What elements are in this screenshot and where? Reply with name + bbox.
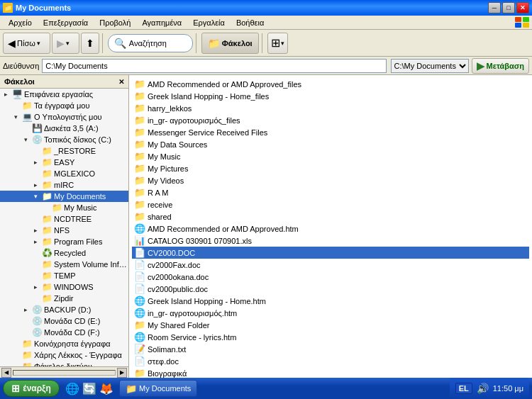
tree-expander[interactable]: ▾ xyxy=(10,111,21,123)
go-button[interactable]: ▶ Μετάβαση xyxy=(472,58,529,74)
tree-item[interactable]: ▸📁WINDOWS xyxy=(0,281,128,293)
file-item[interactable]: 📁in_gr- αγροτουρισμός_files xyxy=(132,114,529,126)
file-item[interactable]: 📁Messenger Service Received Files xyxy=(132,126,529,138)
tree-item[interactable]: ♻️Recycled xyxy=(0,247,128,259)
menu-help[interactable]: Βοήθεια xyxy=(231,17,270,28)
tree-expander xyxy=(30,145,41,157)
file-item[interactable]: 🌐in_gr- αγροτουρισμός.htm xyxy=(132,307,529,319)
file-panel[interactable]: 📁AMD Recommended or AMD Approved_files📁G… xyxy=(129,75,532,378)
file-item[interactable]: 📁shared xyxy=(132,210,529,223)
file-item[interactable]: 📄cv2000okana.doc xyxy=(132,271,529,283)
tree-expander[interactable]: ▸ xyxy=(30,225,41,236)
tree-item[interactable]: ▸📁Program Files xyxy=(0,236,128,247)
views-dropdown-icon[interactable]: ▾ xyxy=(281,40,284,47)
tree-item[interactable]: 💿Μονάδα CD (F:) xyxy=(0,327,128,338)
file-item[interactable]: 🌐Greek Island Hopping - Home.htm xyxy=(132,295,529,307)
tree-item[interactable]: 📁System Volume Inforr... xyxy=(0,259,128,270)
tree-expander[interactable]: ▸ xyxy=(30,157,41,168)
file-item[interactable]: 📁My Videos xyxy=(132,174,529,186)
file-item[interactable]: 📊CATALOG 030901 070901.xls xyxy=(132,235,529,247)
tree-item-icon: 📁 xyxy=(41,146,52,156)
tree-item[interactable]: 📁My Music xyxy=(0,202,128,213)
tree-item[interactable]: 📁Κοινόχρηστα έγγραφα xyxy=(0,338,128,349)
hscroll-left-arrow[interactable]: ◀ xyxy=(1,368,11,378)
tree-expander[interactable]: ▸ xyxy=(30,179,41,191)
up-button[interactable]: ⬆ xyxy=(81,33,99,54)
file-item[interactable]: 📄στεφ.doc xyxy=(132,355,529,367)
language-indicator[interactable]: EL xyxy=(455,383,472,394)
tree-expander[interactable]: ▸ xyxy=(30,236,41,247)
taskbar-active-window[interactable]: 📁 My Documents xyxy=(119,380,197,397)
quick-launch-ie2[interactable]: 🦊 xyxy=(99,381,113,395)
back-dropdown-icon[interactable]: ▾ xyxy=(37,40,45,47)
file-item[interactable]: 📁My Data Sources xyxy=(132,138,529,150)
file-item[interactable]: 📁AMD Recommended or AMD Approved_files xyxy=(132,78,529,90)
file-item-label: cv2000Fax.doc xyxy=(146,261,201,269)
menu-view[interactable]: Προβολή xyxy=(94,17,136,28)
menu-edit[interactable]: Επεξεργασία xyxy=(38,17,94,28)
file-item[interactable]: 📁receive xyxy=(132,198,529,210)
tree-item[interactable]: ▸📁EASY xyxy=(0,157,128,168)
file-item[interactable]: 📄cv2000public.doc xyxy=(132,283,529,295)
hscroll-track[interactable] xyxy=(13,370,116,376)
tree-expander[interactable]: ▸ xyxy=(0,89,11,100)
tree-item[interactable]: 📁Χάρης Λέκκος - Έγγραφα xyxy=(0,349,128,361)
file-item[interactable]: 📁My Shared Folder xyxy=(132,319,529,331)
tree-expander[interactable]: ▾ xyxy=(20,134,31,145)
quick-launch-ie[interactable]: 🌐 xyxy=(65,381,79,395)
tree-item[interactable]: 📁Zipdir xyxy=(0,293,128,304)
tree-item[interactable]: ▸💿BACKUP (D:) xyxy=(0,304,128,315)
minimize-button[interactable]: ─ xyxy=(488,2,501,13)
folder-panel-content[interactable]: ▸🖥️Επιφάνεια εργασίας📁Τα έγγραφά μου▾💻Ο … xyxy=(0,89,128,366)
folder-panel-close[interactable]: ✕ xyxy=(118,78,124,86)
maximize-button[interactable]: □ xyxy=(502,2,515,13)
tree-item[interactable]: ▸📁mIRC xyxy=(0,179,128,191)
tree-item[interactable]: 📁TEMP xyxy=(0,270,128,281)
file-item[interactable]: 🌐AMD Recommended or AMD Approved.htm xyxy=(132,223,529,235)
address-dropdown[interactable]: C:\My Documents xyxy=(391,59,469,73)
quick-launch-refresh[interactable]: 🔄 xyxy=(82,381,96,395)
tree-item[interactable]: ▾📁My Documents xyxy=(0,191,128,202)
tree-item[interactable]: ▸🖥️Επιφάνεια εργασίας xyxy=(0,89,128,100)
menu-file[interactable]: Αρχείο xyxy=(3,17,38,28)
tree-item[interactable]: ▸📁NFS xyxy=(0,225,128,236)
close-button[interactable]: ✕ xyxy=(516,2,529,13)
file-item[interactable]: 📁My Music xyxy=(132,150,529,162)
views-button[interactable]: ⊞ ▾ xyxy=(267,33,288,54)
tree-expander[interactable]: ▸ xyxy=(20,304,31,315)
file-item-label: AMD Recommended or AMD Approved_files xyxy=(146,80,301,89)
tree-item[interactable]: 💿Μονάδα CD (E:) xyxy=(0,315,128,327)
file-item[interactable]: 📁R A M xyxy=(132,186,529,198)
tree-item[interactable]: 📁MGLEXICO xyxy=(0,168,128,179)
tree-item[interactable]: 📁NCDTREE xyxy=(0,213,128,225)
tree-item[interactable]: ▾💿Τοπικός δίσκος (C:) xyxy=(0,134,128,145)
tree-item[interactable]: 📁Φάκελος δικτύου... xyxy=(0,361,128,366)
file-item[interactable]: 📝Soliman.txt xyxy=(132,343,529,355)
address-input[interactable] xyxy=(42,59,386,73)
tree-item[interactable]: 📁_RESTORE xyxy=(0,145,128,157)
tree-expander[interactable]: ▾ xyxy=(30,191,41,202)
forward-button[interactable]: ▶ ▾ xyxy=(52,33,79,54)
tree-item[interactable]: ▾💻Ο Υπολογιστής μου xyxy=(0,111,128,123)
tree-item[interactable]: 💾Δισκέτα 3,5 (A:) xyxy=(0,123,128,134)
tree-item-label: My Music xyxy=(62,203,96,212)
tree-item[interactable]: 📁Τα έγγραφά μου xyxy=(0,100,128,111)
file-item[interactable]: 🌐Room Service - lyrics.htm xyxy=(132,331,529,343)
search-box[interactable]: 🔍 Αναζήτηση xyxy=(108,34,193,52)
file-item[interactable]: 📁Greek Island Hopping - Home_files xyxy=(132,90,529,102)
start-button[interactable]: ⊞ έναρξη xyxy=(3,380,60,397)
file-item[interactable]: 📄cv2000Fax.doc xyxy=(132,259,529,271)
file-item[interactable]: 📁Βιογραφικά xyxy=(132,367,529,378)
menu-favorites[interactable]: Αγαπημένα xyxy=(136,17,187,28)
folders-button[interactable]: 📁 Φάκελοι xyxy=(201,33,259,54)
menu-tools[interactable]: Εργαλεία xyxy=(187,17,231,28)
file-item[interactable]: 📁harry_lekkos xyxy=(132,102,529,114)
forward-dropdown-icon[interactable]: ▾ xyxy=(66,40,74,47)
window-title: My Documents xyxy=(16,4,71,12)
file-item[interactable]: 📁My Pictures xyxy=(132,162,529,174)
hscroll-right-arrow[interactable]: ▶ xyxy=(117,368,127,378)
tree-expander[interactable]: ▸ xyxy=(30,281,41,293)
file-item[interactable]: 📄CV2000.DOC xyxy=(132,247,529,259)
tree-item-icon: 📁 xyxy=(21,339,33,349)
back-button[interactable]: ◀ Πίσω ▾ xyxy=(3,33,50,54)
